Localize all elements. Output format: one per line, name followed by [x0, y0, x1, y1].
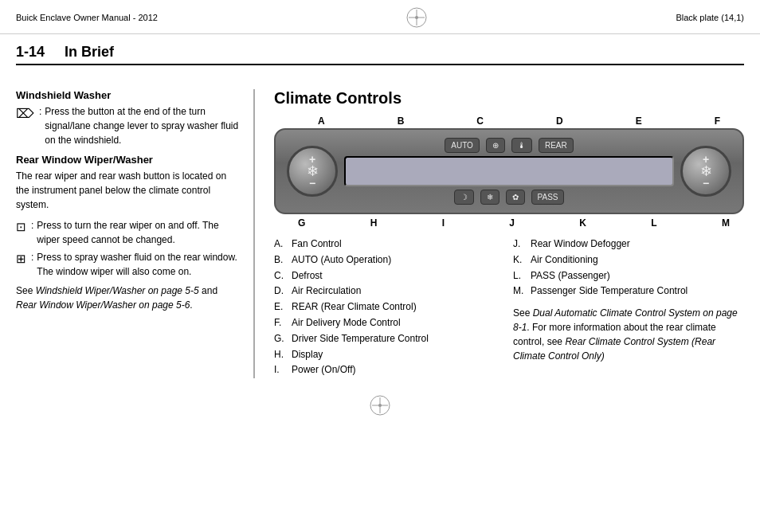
list-item-B: B. AUTO (Auto Operation)	[274, 252, 505, 268]
list-item-A: A. Fan Control	[274, 237, 505, 252]
list-item-H: H. Display	[274, 347, 505, 363]
panel-wrapper: + ❄ − AUTO ⊕ 🌡 REAR	[274, 128, 744, 214]
bottom-labels: G H I J K L M	[274, 216, 744, 229]
right-note: See Dual Automatic Climate Control Syste…	[513, 306, 744, 363]
label-B: B	[398, 115, 405, 127]
windshield-text: Press the button at the end of the turn …	[45, 104, 239, 147]
label-E: E	[636, 115, 642, 127]
list-item-I: I. Power (On/Off)	[274, 362, 505, 378]
see-text: See Windshield Wiper/Washer on page 5-5 …	[16, 284, 239, 312]
list-item-E: E. REAR (Rear Climate Control)	[274, 299, 505, 315]
center-controls: AUTO ⊕ 🌡 REAR ☽ ❄ ✿ PASS	[344, 138, 674, 205]
header-center	[405, 6, 428, 29]
defrost-rear-top-button[interactable]: 🌡	[511, 138, 532, 153]
list-item-D: D. Air Recirculation	[274, 284, 505, 299]
list-item-F: F. Air Delivery Mode Control	[274, 315, 505, 331]
label-L: L	[651, 217, 656, 229]
rear-wiper-title: Rear Window Wiper/Washer	[16, 154, 239, 166]
wiper-colon: :	[31, 218, 33, 233]
compass-icon	[405, 6, 428, 29]
climate-panel: + ❄ − AUTO ⊕ 🌡 REAR	[274, 128, 744, 214]
section-title: 1-14 In Brief	[16, 44, 744, 65]
auto-button[interactable]: AUTO	[445, 138, 480, 153]
rear-wiper-line1: ⊡ : Press to turn the rear wiper on and …	[16, 218, 239, 247]
label-F: F	[715, 115, 720, 127]
wiper-wash-icon: ⊞	[16, 250, 26, 268]
fan-control-knob[interactable]: + ❄ −	[287, 146, 338, 197]
svg-point-7	[378, 404, 382, 407]
list-item-J: J. Rear Window Defogger	[513, 237, 744, 252]
left-list: A. Fan Control B. AUTO (Auto Operation) …	[274, 237, 505, 378]
see-link2: Rear Window Wiper/Washer on page 5-6	[16, 299, 190, 311]
list-item-C: C. Defrost	[274, 268, 505, 284]
wiper-wash-colon: :	[31, 250, 33, 264]
section-number: 1-14	[16, 44, 45, 60]
top-button-row: AUTO ⊕ 🌡 REAR	[445, 138, 573, 153]
knob-plus-left: +	[309, 153, 315, 166]
diagram-container: A B C D E F + ❄ −	[274, 115, 744, 229]
rear-button[interactable]: REAR	[539, 138, 574, 153]
knob-minus-left: −	[309, 177, 315, 190]
bottom-button-row: ☽ ❄ ✿ PASS	[454, 190, 565, 205]
main-content: Windshield Washer ⌦ : Press the button a…	[0, 76, 760, 386]
windshield-icon: ⌦	[16, 104, 34, 123]
power-button[interactable]: ☽	[454, 190, 474, 205]
rear-wiper-line2: ⊞ : Press to spray washer fluid on the r…	[16, 250, 239, 279]
label-D: D	[556, 115, 563, 127]
windshield-colon: :	[39, 104, 41, 119]
wiper-icon: ⊡	[16, 218, 26, 237]
list-item-K: K. Air Conditioning	[513, 252, 744, 268]
right-column: Climate Controls A B C D E F + ❄ −	[271, 89, 744, 378]
knob-minus-right: −	[703, 177, 709, 190]
label-M: M	[722, 217, 730, 229]
label-C: C	[476, 115, 484, 127]
ac-button[interactable]: ❄	[480, 190, 499, 205]
pass-button[interactable]: PASS	[531, 190, 565, 205]
list-item-M: M. Passenger Side Temperature Control	[513, 284, 744, 299]
rear-wiper-p3: Press to spray washer fluid on the rear …	[37, 250, 239, 279]
label-K: K	[579, 217, 586, 229]
label-I: I	[442, 217, 445, 229]
windshield-line: ⌦ : Press the button at the end of the t…	[16, 104, 239, 147]
page-footer	[0, 386, 760, 421]
windshield-title: Windshield Washer	[16, 89, 239, 101]
rear-wiper-p2: Press to turn the rear wiper on and off.…	[37, 218, 239, 247]
label-J: J	[509, 217, 515, 229]
see-link1: Windshield Wiper/Washer on page 5-5	[36, 285, 199, 296]
lists-container: A. Fan Control B. AUTO (Auto Operation) …	[274, 237, 744, 378]
svg-point-3	[415, 16, 418, 19]
list-item-L: L. PASS (Passenger)	[513, 268, 744, 284]
label-H: H	[370, 217, 378, 229]
top-labels: A B C D E F	[274, 115, 744, 127]
passenger-temp-knob[interactable]: + ❄ −	[680, 146, 731, 197]
rear-wiper-p1: The rear wiper and rear wash button is l…	[16, 169, 239, 212]
display-screen	[344, 156, 674, 186]
defrost-front-button[interactable]: ⊕	[486, 138, 505, 153]
left-column: Windshield Washer ⌦ : Press the button a…	[16, 89, 255, 378]
label-A: A	[318, 115, 325, 127]
section-name: In Brief	[65, 44, 114, 60]
header-left: Buick Enclave Owner Manual - 2012	[16, 13, 158, 22]
header-right: Black plate (14,1)	[676, 13, 744, 22]
list-item-G: G. Driver Side Temperature Control	[274, 331, 505, 347]
label-G: G	[298, 217, 305, 229]
page-header: Buick Enclave Owner Manual - 2012 Black …	[0, 0, 760, 34]
knob-plus-right: +	[703, 153, 709, 166]
right-list: J. Rear Window Defogger K. Air Condition…	[513, 237, 744, 378]
footer-compass-icon	[369, 394, 391, 417]
climate-title: Climate Controls	[274, 89, 744, 108]
fan-speed-button[interactable]: ✿	[506, 190, 525, 205]
